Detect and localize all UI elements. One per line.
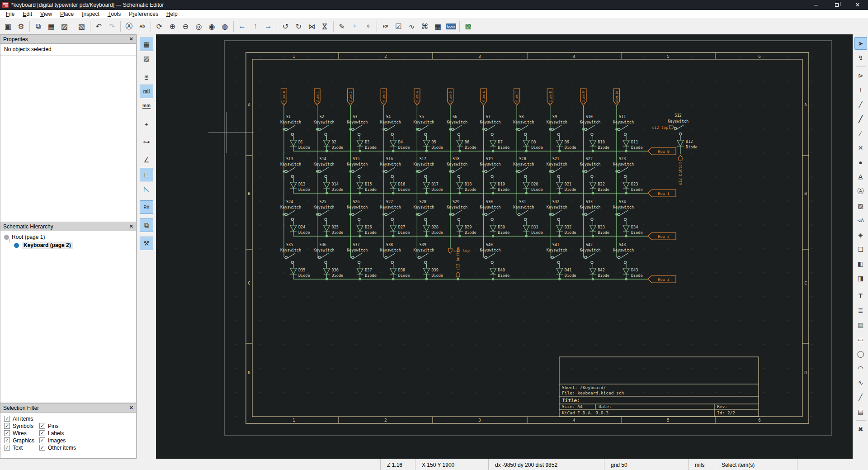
line-mode-90-button[interactable]: ∟ xyxy=(140,168,153,181)
properties-panel-header[interactable]: Properties ✕ xyxy=(0,35,136,44)
show-hidden-pins-button[interactable]: ⊶ xyxy=(140,135,153,149)
assign-footprints-button[interactable]: ⌘ xyxy=(419,20,431,33)
mirror-vertical-button[interactable]: ⋈ xyxy=(319,20,331,33)
filter-images[interactable]: ✓Images xyxy=(39,437,66,444)
hierarchy-panel-header[interactable]: Schematic Hierarchy ✕ xyxy=(0,222,136,231)
draw-bus-entry-button[interactable]: ∕ xyxy=(854,127,867,140)
restore-button[interactable] xyxy=(826,0,847,10)
cursor-shape-button[interactable]: + xyxy=(140,117,153,131)
undo-button[interactable]: ↶ xyxy=(93,20,105,33)
zoom-out-button[interactable]: ⊖ xyxy=(179,20,192,33)
menu-help[interactable]: Help xyxy=(162,10,182,19)
sheet-item-keyboard[interactable]: Keyboard (page 2) xyxy=(8,241,135,249)
place-global-label-button[interactable]: ⊲A xyxy=(854,214,867,227)
annotate-automatically-button[interactable]: R# xyxy=(140,200,153,214)
interactive-delete-button[interactable]: ✖ xyxy=(854,423,867,436)
plot-button[interactable]: ▨ xyxy=(58,20,71,33)
close-button[interactable]: × xyxy=(847,0,868,10)
place-net-label-button[interactable]: A xyxy=(854,171,867,183)
place-no-connect-button[interactable]: ✕ xyxy=(854,142,867,154)
highlight-net-button[interactable]: ↯ xyxy=(854,52,867,64)
rotate-ccw-button[interactable]: ↺ xyxy=(279,20,292,33)
line-mode-45-button[interactable]: ◺ xyxy=(140,182,153,196)
close-icon[interactable]: ✕ xyxy=(129,223,133,229)
place-textbox-button[interactable]: ≣ xyxy=(854,304,867,317)
filter-pins[interactable]: ✓Pins xyxy=(39,423,58,429)
units-mils-button[interactable]: mil xyxy=(140,85,153,98)
edit-symbol-fields-button[interactable]: ⌗ xyxy=(349,20,361,33)
import-sheet-pin-button[interactable]: ◨ xyxy=(854,272,867,285)
nav-forward-button[interactable]: → xyxy=(262,20,274,33)
filter-graphics[interactable]: ✓Graphics xyxy=(4,437,34,444)
open-pcb-editor-button[interactable]: ▩ xyxy=(462,20,474,33)
filter-text[interactable]: ✓Text xyxy=(4,444,23,451)
units-mm-button[interactable]: mm xyxy=(140,99,153,113)
draw-rule-area-button[interactable]: ▨ xyxy=(854,199,867,212)
paste-button[interactable]: ▧ xyxy=(75,20,88,33)
menu-inspect[interactable]: Inspect xyxy=(78,10,104,19)
nav-up-sheet-button[interactable]: ↑ xyxy=(249,20,261,33)
draw-bezier-button[interactable]: ∿ xyxy=(854,376,867,389)
close-icon[interactable]: ✕ xyxy=(129,36,133,42)
filter-labels[interactable]: ✓Labels xyxy=(39,430,64,437)
place-power-port-button[interactable]: ⊥ xyxy=(854,84,867,96)
filter-all-items[interactable]: ✓All items xyxy=(4,415,33,422)
run-erc-button[interactable]: ☑ xyxy=(392,20,405,33)
filter-wires[interactable]: ✓Wires xyxy=(4,430,27,437)
minimize-button[interactable] xyxy=(806,0,826,10)
zoom-fit-page-button[interactable]: ◎ xyxy=(193,20,205,33)
edit-sheet-page-button[interactable]: ⧉ xyxy=(32,20,44,33)
place-hierarchical-label-button[interactable]: ◈ xyxy=(854,228,867,241)
units-inches-button[interactable]: in xyxy=(140,70,153,84)
close-icon[interactable]: ✕ xyxy=(129,405,133,411)
place-text-button[interactable]: T xyxy=(854,290,867,302)
sheet-item-root[interactable]: Root (page 1) xyxy=(1,233,135,241)
place-symbol-button[interactable]: ⊳ xyxy=(854,69,867,82)
place-sheet-pin-button[interactable]: ◧ xyxy=(854,257,867,270)
draw-circle-button[interactable]: ◯ xyxy=(854,347,867,360)
print-button[interactable]: ▤ xyxy=(45,20,57,33)
menu-view[interactable]: View xyxy=(36,10,56,19)
symbol-checker-button[interactable]: ⌖ xyxy=(362,20,374,33)
find-button[interactable]: Ⓐ xyxy=(123,20,135,33)
place-table-button[interactable]: ▦ xyxy=(854,318,867,331)
menu-edit[interactable]: Edit xyxy=(19,10,36,19)
line-mode-free-button[interactable]: ∠ xyxy=(140,153,153,167)
draw-bus-button[interactable]: ╱ xyxy=(854,113,867,125)
menu-tools[interactable]: Tools xyxy=(104,10,125,19)
find-replace-button[interactable]: Ab xyxy=(136,20,148,33)
place-hierarchical-sheet-button[interactable]: ❏ xyxy=(854,243,867,256)
place-junction-button[interactable]: ● xyxy=(854,156,867,169)
mirror-horizontal-button[interactable]: ⋈ xyxy=(306,20,318,33)
grid-visibility-button[interactable]: ▦ xyxy=(140,38,153,51)
place-image-button[interactable]: ▤ xyxy=(854,405,867,418)
edit-symbol-library-links-button[interactable]: ✎ xyxy=(336,20,348,33)
filter-symbols[interactable]: ✓Symbols xyxy=(4,423,33,429)
draw-rectangle-button[interactable]: ▭ xyxy=(854,333,867,346)
zoom-in-button[interactable]: ⊕ xyxy=(166,20,179,33)
bill-of-materials-button[interactable]: bom xyxy=(445,20,457,33)
select-tool-button[interactable]: ➤ xyxy=(854,37,867,50)
hierarchy-navigator-button[interactable]: ⧉ xyxy=(140,218,153,232)
menu-preferences[interactable]: Preferences xyxy=(125,10,162,19)
draw-arc-button[interactable]: ◠ xyxy=(854,362,867,375)
simulator-button[interactable]: ∿ xyxy=(406,20,418,33)
zoom-selection-button[interactable]: ◍ xyxy=(219,20,231,33)
annotate-button[interactable]: R# xyxy=(379,20,392,33)
save-button[interactable]: ▣ xyxy=(2,20,14,33)
zoom-fit-objects-button[interactable]: ◉ xyxy=(206,20,218,33)
redo-button[interactable]: ↷ xyxy=(106,20,118,33)
rotate-cw-button[interactable]: ↻ xyxy=(292,20,305,33)
nav-back-button[interactable]: ← xyxy=(236,20,248,33)
selection-filter-header[interactable]: Selection Filter ✕ xyxy=(0,404,136,413)
properties-manager-button[interactable]: ⚒ xyxy=(140,237,153,250)
filter-other-items[interactable]: ✓Other items xyxy=(39,444,76,451)
menu-place[interactable]: Place xyxy=(56,10,78,19)
symbol-fields-table-button[interactable]: ▦ xyxy=(432,20,444,33)
draw-line-button[interactable]: ╱ xyxy=(854,391,867,404)
draw-wire-button[interactable]: ╱ xyxy=(854,98,867,111)
schematic-setup-button[interactable]: ⚙ xyxy=(15,20,27,33)
menu-file[interactable]: File xyxy=(2,10,19,19)
refresh-view-button[interactable]: ⟳ xyxy=(153,20,165,33)
place-netclass-directive-button[interactable]: Ⓐ xyxy=(854,185,867,198)
